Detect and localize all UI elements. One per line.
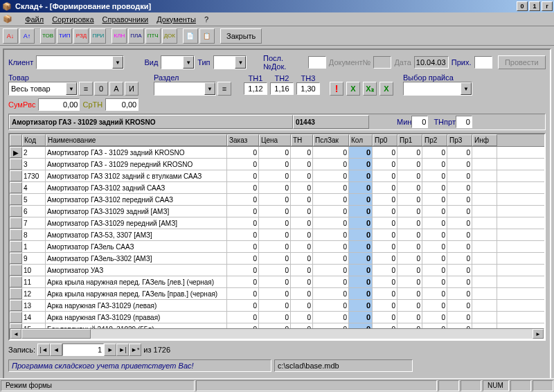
cell-inf[interactable] (472, 241, 497, 252)
cell-pr3[interactable]: 0 (447, 265, 472, 276)
cell-cena[interactable]: 0 (259, 170, 291, 181)
scroll-left-icon[interactable]: ◄ (10, 329, 21, 339)
cell-pslzak[interactable]: 0 (313, 241, 349, 252)
cell-zakaz[interactable]: 0 (227, 206, 259, 217)
cell-pr3[interactable]: 0 (447, 182, 472, 193)
cell-tn[interactable]: 0 (291, 194, 313, 205)
scroll-button-2[interactable]: ≡ (217, 82, 231, 96)
scroll-thumb[interactable] (21, 329, 91, 339)
cell-pr2[interactable]: 0 (422, 323, 447, 328)
col-pr0[interactable]: Пр0 (373, 134, 397, 146)
cell-zakaz[interactable]: 0 (227, 300, 259, 311)
tb-pla[interactable]: ПЛА (128, 28, 143, 44)
cell-kod[interactable]: 11 (22, 276, 46, 287)
cell-name[interactable]: Арка наружная ГАЗ-31029 (правая) (46, 312, 227, 323)
cell-kod[interactable]: 10 (22, 265, 46, 276)
tb-new[interactable]: 📄 (183, 28, 198, 44)
cell-pr3[interactable]: 0 (447, 312, 472, 323)
cell-tn[interactable]: 0 (291, 300, 313, 311)
cell-pr0[interactable]: 0 (373, 159, 397, 170)
table-row[interactable]: 1Амортизатор ГАЗель СААЗ000000000 (10, 241, 544, 253)
cell-tn[interactable]: 0 (291, 241, 313, 252)
srtn-input[interactable] (105, 98, 138, 111)
table-row[interactable]: 7Амортизатор ГАЗ-31029 передний [АМЗ]000… (10, 217, 544, 229)
row-marker[interactable] (10, 312, 22, 323)
cell-pr2[interactable]: 0 (422, 312, 447, 323)
cell-pslzak[interactable]: 0 (313, 323, 349, 328)
row-marker[interactable] (10, 276, 22, 287)
cell-zakaz[interactable]: 0 (227, 312, 259, 323)
menu-sort[interactable]: Сортировка (52, 15, 93, 24)
table-row[interactable]: 15Бак топливный 2410, 31029 (55л)0000000… (10, 323, 544, 328)
cell-pr2[interactable]: 0 (422, 159, 447, 170)
tb-sort-desc[interactable]: A↑ (19, 28, 35, 44)
cell-tn[interactable]: 0 (291, 288, 313, 299)
maximize-button[interactable]: 1 (529, 1, 540, 11)
cell-pr2[interactable]: 0 (422, 276, 447, 287)
cell-cena[interactable]: 0 (259, 182, 291, 193)
col-zakaz[interactable]: Заказ (227, 134, 259, 146)
cell-kod[interactable]: 3 (22, 159, 46, 170)
cell-inf[interactable] (472, 288, 497, 299)
price-select[interactable]: ▼ (403, 82, 472, 96)
toolbar-close[interactable]: Закрыть (220, 28, 262, 44)
cell-kol[interactable]: 0 (349, 170, 373, 181)
cell-pr3[interactable]: 0 (447, 300, 472, 311)
row-marker[interactable] (10, 323, 22, 328)
cell-kol[interactable]: 0 (349, 253, 373, 264)
row-marker[interactable]: ▶ (10, 147, 22, 158)
tn1-input[interactable] (244, 82, 267, 95)
cell-cena[interactable]: 0 (259, 276, 291, 287)
tb-dok[interactable]: ДОК (162, 28, 177, 44)
table-row[interactable]: 8Амортизатор ГАЗ-53, 3307 [АМЗ]000000000 (10, 229, 544, 241)
row-marker[interactable] (10, 288, 22, 299)
cell-pr3[interactable]: 0 (447, 229, 472, 240)
nav-last[interactable]: ►| (116, 344, 129, 356)
cell-pr2[interactable]: 0 (422, 170, 447, 181)
tnprt-input[interactable] (456, 116, 472, 128)
cell-pslzak[interactable]: 0 (313, 288, 349, 299)
cell-pr1[interactable]: 0 (397, 265, 422, 276)
cell-tn[interactable]: 0 (291, 323, 313, 328)
cell-pr1[interactable]: 0 (397, 194, 422, 205)
row-marker[interactable] (10, 182, 22, 193)
cell-kol[interactable]: 0 (349, 147, 373, 158)
cell-name[interactable]: Амортизатор ГАЗ-31029 передний [АМЗ] (46, 217, 227, 229)
cell-kol[interactable]: 0 (349, 206, 373, 217)
cell-kol[interactable]: 0 (349, 241, 373, 252)
cell-inf[interactable] (472, 147, 497, 158)
tn3-input[interactable] (296, 82, 320, 95)
excel-export-3[interactable]: X (379, 82, 393, 96)
col-name[interactable]: Наименование (46, 134, 227, 146)
cell-kol[interactable]: 0 (349, 265, 373, 276)
cell-cena[interactable]: 0 (259, 300, 291, 311)
tb-kln[interactable]: КЛН (111, 28, 127, 44)
cell-pr2[interactable]: 0 (422, 241, 447, 252)
sumrh-input[interactable] (38, 98, 80, 111)
cell-pr1[interactable]: 0 (397, 241, 422, 252)
cell-pslzak[interactable]: 0 (313, 159, 349, 170)
row-marker[interactable] (10, 229, 22, 240)
cell-kod[interactable]: 9 (22, 253, 46, 264)
cell-tn[interactable]: 0 (291, 253, 313, 264)
table-row[interactable]: 5Амортизатор ГАЗ-3102 передний СААЗ00000… (10, 194, 544, 206)
cell-pslzak[interactable]: 0 (313, 206, 349, 217)
tb-pri[interactable]: ПРИ (90, 28, 106, 44)
tb-sort-asc[interactable]: A↓ (3, 28, 18, 44)
cell-pr3[interactable]: 0 (447, 241, 472, 252)
nav-new[interactable]: ►* (129, 344, 141, 356)
cell-kod[interactable]: 13 (22, 300, 46, 311)
cell-inf[interactable] (472, 312, 497, 323)
row-marker[interactable] (10, 253, 22, 264)
nav-current[interactable] (62, 344, 104, 356)
cell-tn[interactable]: 0 (291, 159, 313, 170)
client-select[interactable]: ▼ (36, 55, 124, 69)
table-row[interactable]: 6Амортизатор ГАЗ-31029 задний [АМЗ]00000… (10, 206, 544, 217)
cell-pr3[interactable]: 0 (447, 217, 472, 229)
table-row[interactable]: 11Арка крыла наружная перед. ГАЗель [лев… (10, 276, 544, 288)
cell-pr0[interactable]: 0 (373, 241, 397, 252)
cell-pslzak[interactable]: 0 (313, 147, 349, 158)
cell-pslzak[interactable]: 0 (313, 229, 349, 240)
chevron-down-icon[interactable]: ▼ (235, 56, 246, 69)
cell-kol[interactable]: 0 (349, 276, 373, 287)
